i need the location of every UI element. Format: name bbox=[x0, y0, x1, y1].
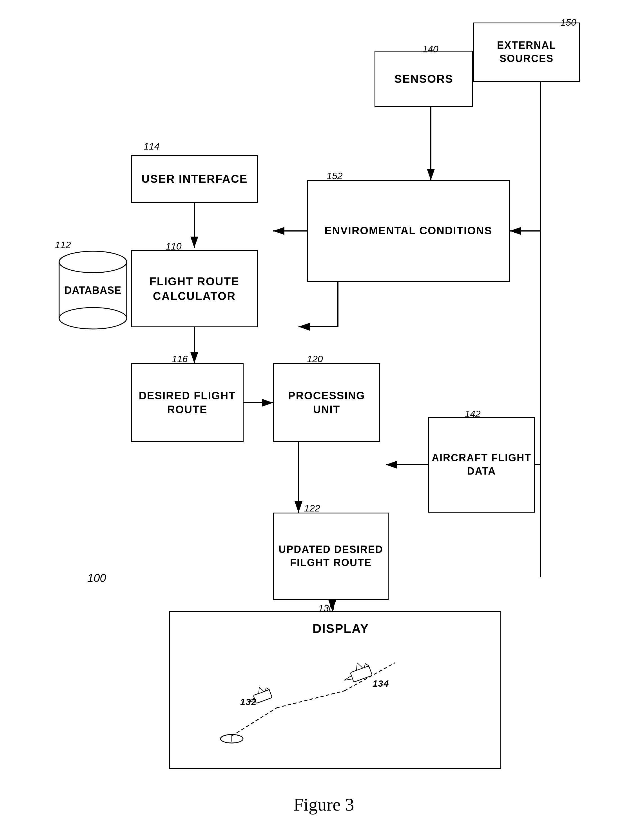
svg-point-27 bbox=[59, 308, 127, 329]
display-content: 132 134 bbox=[198, 640, 451, 753]
svg-text:134: 134 bbox=[373, 678, 389, 689]
label-114: 114 bbox=[144, 141, 159, 152]
label-100: 100 bbox=[87, 572, 106, 585]
diagram-container: EXTERNAL SOURCES 150 USER INTERFACE 114 … bbox=[0, 0, 644, 821]
label-140: 140 bbox=[422, 44, 439, 55]
label-110: 110 bbox=[166, 241, 182, 252]
label-120: 120 bbox=[307, 353, 323, 364]
figure-caption: Figure 3 bbox=[197, 794, 451, 815]
label-122: 122 bbox=[304, 503, 320, 514]
label-112: 112 bbox=[55, 239, 71, 250]
flight-route-calculator-box: FLIGHT ROUTE CALCULATOR bbox=[131, 250, 258, 327]
svg-text:132: 132 bbox=[240, 697, 257, 707]
user-interface-box: USER INTERFACE bbox=[131, 155, 258, 203]
label-130: 130 bbox=[318, 603, 334, 614]
label-152: 152 bbox=[327, 170, 343, 181]
label-142: 142 bbox=[465, 408, 481, 419]
svg-line-28 bbox=[232, 708, 277, 736]
processing-unit-box: PROCESSING UNIT bbox=[273, 363, 380, 442]
desired-flight-route-box: DESIRED FLIGHT ROUTE bbox=[131, 363, 244, 442]
database-label: DATABASE bbox=[55, 284, 131, 296]
svg-marker-39 bbox=[343, 676, 353, 682]
updated-desired-flight-route-box: UPDATED DESIRED FILGHT ROUTE bbox=[273, 513, 389, 600]
label-116: 116 bbox=[172, 353, 188, 364]
environmental-conditions-box: ENVIROMENTAL CONDITIONS bbox=[307, 180, 510, 282]
sensors-box: SENSORS bbox=[374, 51, 473, 107]
aircraft-flight-data-box: AIRCRAFT FLIGHT DATA bbox=[428, 417, 535, 513]
label-150: 150 bbox=[560, 17, 577, 28]
external-sources-box: EXTERNAL SOURCES bbox=[473, 23, 580, 82]
svg-line-29 bbox=[277, 691, 344, 708]
svg-point-26 bbox=[59, 251, 127, 273]
display-box: DISPLAY 13 bbox=[169, 611, 501, 769]
